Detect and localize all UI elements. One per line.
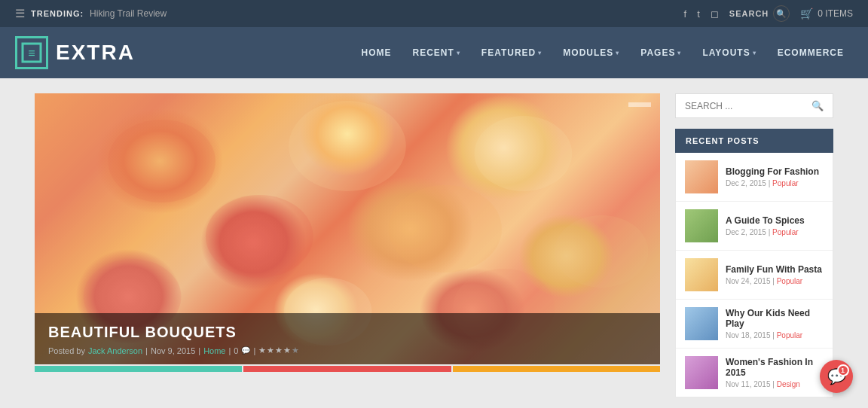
post-info: A Guide To Spices Dec 2, 2015 | Popular — [726, 215, 824, 236]
separator1: | — [145, 346, 148, 355]
star-4: ★ — [283, 346, 291, 355]
post-thumbnail — [685, 209, 718, 242]
hero-overlay: BEAUTIFUL BOUQUETS Posted by Jack Anders… — [35, 313, 660, 364]
svg-point-2 — [108, 120, 215, 202]
search-area: SEARCH 🔍 — [729, 5, 790, 22]
nav-recent[interactable]: RECENT ▾ — [404, 41, 469, 64]
recent-posts-header: RECENT POSTS — [675, 129, 833, 153]
facebook-icon[interactable]: f — [684, 8, 687, 20]
cart-label: 0 ITEMS — [818, 8, 853, 19]
comment-icon: 💬 — [241, 346, 250, 355]
sidebar-search-icon: 🔍 — [811, 100, 824, 111]
cart-area[interactable]: 🛒 0 ITEMS — [800, 8, 853, 20]
list-item[interactable]: Women's Fashion In 2015 Nov 11, 2015 | D… — [676, 349, 833, 397]
sidebar: 🔍 RECENT POSTS Blogging For Fashion Dec … — [675, 93, 833, 408]
list-item[interactable]: Blogging For Fashion Dec 2, 2015 | Popul… — [676, 153, 833, 202]
header: ≡ EXTRA HOME RECENT ▾ FEATURED ▾ MODULES… — [0, 27, 868, 78]
content-left: BEAUTIFUL BOUQUETS Posted by Jack Anders… — [35, 93, 660, 408]
chevron-down-icon: ▾ — [753, 50, 756, 56]
hero-meta: Posted by Jack Anderson | Nov 9, 2015 | … — [48, 346, 646, 355]
strip-red — [243, 366, 451, 372]
separator4: | — [253, 346, 255, 355]
post-meta: Nov 24, 2015 | Popular — [726, 277, 824, 285]
main-wrapper: BEAUTIFUL BOUQUETS Posted by Jack Anders… — [27, 93, 841, 408]
chevron-down-icon: ▾ — [677, 50, 681, 56]
posted-by-label: Posted by — [48, 346, 85, 355]
nav-modules[interactable]: MODULES ▾ — [554, 41, 628, 64]
logo-text: EXTRA — [56, 41, 135, 65]
recent-posts-list: Blogging For Fashion Dec 2, 2015 | Popul… — [675, 153, 833, 397]
nav-featured[interactable]: FEATURED ▾ — [472, 41, 551, 64]
comment-count: 0 — [234, 346, 238, 355]
sidebar-search-input[interactable] — [685, 101, 811, 111]
post-title: A Guide To Spices — [726, 215, 824, 226]
separator3: | — [228, 346, 231, 355]
star-1: ★ — [258, 346, 266, 355]
post-date: Dec 2, 2015 — [726, 179, 766, 187]
svg-point-7 — [555, 215, 649, 288]
nav-pages[interactable]: PAGES ▾ — [631, 41, 690, 64]
post-tag: Popular — [777, 277, 802, 285]
logo[interactable]: ≡ EXTRA — [15, 36, 135, 69]
hero-article: BEAUTIFUL BOUQUETS Posted by Jack Anders… — [35, 93, 660, 364]
star-5: ★ — [292, 346, 299, 355]
main-nav: HOME RECENT ▾ FEATURED ▾ MODULES ▾ PAGES… — [353, 41, 854, 64]
twitter-icon[interactable]: t — [697, 8, 700, 20]
svg-point-4 — [475, 116, 573, 191]
hero-title: BEAUTIFUL BOUQUETS — [48, 324, 646, 341]
chat-bubble[interactable]: 💬 1 — [820, 360, 853, 393]
search-label: SEARCH — [729, 9, 769, 18]
post-info: Women's Fashion In 2015 Nov 11, 2015 | D… — [726, 357, 824, 388]
svg-point-5 — [206, 195, 313, 278]
post-tag: Popular — [777, 331, 802, 339]
post-tag: Popular — [772, 179, 798, 187]
post-thumbnail — [685, 258, 718, 291]
post-meta: Dec 2, 2015 | Popular — [726, 228, 824, 236]
post-title: Why Our Kids Need Play — [726, 308, 824, 329]
hero-category[interactable]: Home — [203, 346, 225, 355]
strip-blue — [35, 366, 242, 372]
cart-icon: 🛒 — [800, 8, 813, 20]
post-date: Nov 11, 2015 — [726, 380, 771, 388]
post-meta: Nov 11, 2015 | Design — [726, 380, 824, 388]
post-meta: Dec 2, 2015 | Popular — [726, 179, 824, 187]
hero-author[interactable]: Jack Anderson — [88, 346, 142, 355]
list-item[interactable]: A Guide To Spices Dec 2, 2015 | Popular — [676, 202, 833, 251]
post-tag: Design — [777, 380, 800, 388]
trending-text[interactable]: Hiking Trail Review — [90, 8, 167, 19]
svg-point-3 — [289, 101, 406, 191]
post-thumbnail — [685, 160, 718, 193]
post-date: Nov 18, 2015 — [726, 331, 771, 339]
post-info: Family Fun With Pasta Nov 24, 2015 | Pop… — [726, 264, 824, 285]
nav-ecommerce[interactable]: ECOMMERCE — [769, 41, 853, 64]
sidebar-search-box[interactable]: 🔍 — [675, 93, 833, 118]
hero-rating: ★ ★ ★ ★ ★ — [258, 346, 299, 355]
instagram-icon[interactable]: ◻ — [711, 8, 719, 20]
chevron-down-icon: ▾ — [457, 50, 460, 56]
slider-indicator — [628, 102, 651, 107]
strip-orange — [453, 366, 660, 372]
hero-date: Nov 9, 2015 — [151, 346, 195, 355]
svg-point-6 — [388, 185, 501, 273]
list-item[interactable]: Family Fun With Pasta Nov 24, 2015 | Pop… — [676, 251, 833, 300]
search-icon-button[interactable]: 🔍 — [773, 5, 790, 22]
star-2: ★ — [267, 346, 274, 355]
post-thumbnail — [685, 356, 718, 389]
nav-home[interactable]: HOME — [353, 41, 401, 64]
separator2: | — [198, 346, 200, 355]
top-bar-right: f t ◻ SEARCH 🔍 🛒 0 ITEMS — [684, 5, 853, 22]
nav-layouts[interactable]: LAYOUTS ▾ — [693, 41, 765, 64]
post-info: Blogging For Fashion Dec 2, 2015 | Popul… — [726, 166, 824, 187]
list-item[interactable]: Why Our Kids Need Play Nov 18, 2015 | Po… — [676, 300, 833, 349]
post-title: Family Fun With Pasta — [726, 264, 824, 275]
logo-icon: ≡ — [15, 36, 48, 69]
post-date: Nov 24, 2015 — [726, 277, 771, 285]
post-meta: Nov 18, 2015 | Popular — [726, 331, 824, 339]
chevron-down-icon: ▾ — [538, 50, 542, 56]
star-3: ★ — [275, 346, 283, 355]
svg-text:≡: ≡ — [28, 47, 35, 59]
post-tag: Popular — [772, 228, 798, 236]
bottom-strip — [35, 366, 660, 372]
post-title: Blogging For Fashion — [726, 166, 824, 177]
hamburger-icon[interactable]: ☰ — [15, 7, 25, 20]
